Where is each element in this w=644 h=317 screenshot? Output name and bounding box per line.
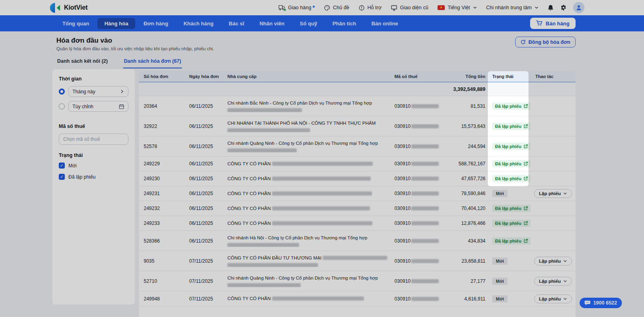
chevron-down-icon <box>473 6 477 10</box>
redacted-text <box>411 279 439 283</box>
supplier-name: CHI NHÁNH TẠI THÀNH PHỐ HÀ NỘI - CÔNG TY… <box>227 120 390 127</box>
create-receipt-label: Lập phiếu <box>539 296 561 301</box>
invoice-no-cell: 249230 <box>139 176 184 181</box>
supplier-cell: CÔNG TY CỔ PHẦN <box>223 190 390 197</box>
invoice-no-cell: 9035 <box>139 258 184 264</box>
tab-invoice-list[interactable]: Danh sách hóa đơn (67) <box>123 57 182 68</box>
tax-code-cell: 030910 <box>390 161 443 167</box>
checkbox-checked[interactable]: ✓ <box>59 174 65 180</box>
support-phone-button[interactable]: 1900 6522 <box>580 298 622 308</box>
invoice-no-cell: 249232 <box>139 206 184 211</box>
column-header-actions: Thao tác <box>530 74 576 79</box>
tax-code-cell: 030910 <box>390 176 443 181</box>
amount-cell: 15,573,643 <box>443 124 487 129</box>
supplier-cell: CÔNG TY CỔ PHẦN <box>223 161 390 167</box>
invoice-date-cell: 07/11/2025 <box>184 296 223 302</box>
tax-code-input[interactable] <box>59 134 128 145</box>
amount-cell: 23,658,811 <box>443 258 487 264</box>
invoice-date-cell: 06/11/2025 <box>184 124 223 129</box>
supplier-name: CÔNG TY CỔ PHẦN <box>227 295 390 302</box>
redacted-text <box>227 148 297 152</box>
status-badge-done[interactable]: Đã lập phiếu <box>492 160 530 167</box>
kiotviet-logo[interactable]: KiotViet <box>50 3 88 13</box>
legacy-ui-icon <box>391 5 397 11</box>
nav-item[interactable]: Sổ quỹ <box>293 18 324 29</box>
bell-icon[interactable] <box>547 4 554 11</box>
user-avatar[interactable] <box>573 2 584 13</box>
supplier-cell: CÔNG TY CỔ PHẦN <box>223 175 390 182</box>
redacted-text <box>411 221 439 225</box>
topbar-item-theme[interactable]: Chủ đề <box>324 5 349 11</box>
invoice-no-cell: 249229 <box>139 161 184 167</box>
time-select-custom[interactable]: Tùy chỉnh <box>68 101 128 112</box>
tax-code-cell: 030910 <box>390 238 443 244</box>
status-badge-done[interactable]: Đã lập phiếu <box>492 103 530 110</box>
nav-item[interactable]: Bác sĩ <box>222 18 251 29</box>
checkbox-checked[interactable]: ✓ <box>59 163 65 169</box>
tax-code-cell: 030910 <box>390 144 443 149</box>
status-badge-done[interactable]: Đã lập phiếu <box>492 143 530 150</box>
column-header-tax: Mã số thuế <box>390 74 443 79</box>
external-link-icon <box>523 104 528 109</box>
amount-cell: 244,594 <box>443 144 487 149</box>
supplier-name: CÔNG TY CỔ PHẦN <box>227 161 390 167</box>
status-badge-new: Mới <box>492 295 508 303</box>
tab-connections[interactable]: Danh sách kết nối (2) <box>56 57 109 68</box>
redacted-text <box>411 191 439 196</box>
nav-item[interactable]: Tổng quan <box>56 18 96 29</box>
invoice-row: 5271007/11/2025Chi nhánh Quảng Ninh - Cô… <box>139 271 576 291</box>
topbar-item-delivery[interactable]: Giao hàng <box>279 5 315 10</box>
topbar-item-label: Giao hàng <box>288 5 312 10</box>
page-subtitle: Quản lý hóa đơn đầu vào, tối ưu việc nhậ… <box>56 46 214 51</box>
status-badge-done[interactable]: Đã lập phiếu <box>492 220 530 227</box>
amount-cell: 78,590,846 <box>443 191 487 196</box>
amount-cell: 4,616,911 <box>443 296 487 302</box>
invoice-date-cell: 06/11/2025 <box>184 220 223 226</box>
page-header: Hóa đơn đầu vào Quản lý hóa đơn đầu vào,… <box>0 31 644 51</box>
action-cell: Lập phiếu <box>530 189 576 198</box>
nav-item[interactable]: Đơn hàng <box>137 18 175 29</box>
invoice-row: 903507/11/2025CÔNG TY CỔ PHẦN ĐẦU TƯ THƯ… <box>139 251 576 271</box>
checkbox-label: Đã lập phiếu <box>68 174 95 180</box>
topbar-item-branch[interactable]: Chi nhánh trung tâm <box>486 5 539 10</box>
sell-button[interactable]: Bán hàng <box>530 18 576 29</box>
nav-item[interactable]: Phân tích <box>326 18 363 29</box>
nav-item[interactable]: Nhân viên <box>253 18 291 29</box>
create-receipt-button[interactable]: Lập phiếu <box>534 294 572 303</box>
gear-icon[interactable] <box>560 4 567 11</box>
redacted-text <box>227 283 301 287</box>
radio-this-month[interactable] <box>59 89 65 95</box>
create-receipt-label: Lập phiếu <box>539 259 561 263</box>
redacted-text <box>411 206 439 210</box>
create-receipt-button[interactable]: Lập phiếu <box>534 257 572 266</box>
nav-item[interactable]: Hàng hóa <box>97 18 135 29</box>
radio-custom[interactable] <box>59 103 65 109</box>
nav-item[interactable]: Bán online <box>365 18 405 29</box>
person-icon <box>576 4 582 11</box>
supplier-cell: CÔNG TY CỔ PHẦN <box>223 220 390 227</box>
status-badge-done[interactable]: Đã lập phiếu <box>492 123 530 130</box>
redacted-text <box>272 191 372 196</box>
create-receipt-button[interactable]: Lập phiếu <box>534 277 572 286</box>
topbar-item-support[interactable]: Hỗ trợ <box>359 5 382 11</box>
time-option-this-month: Tháng này <box>59 86 128 97</box>
status-badge-done[interactable]: Đã lập phiếu <box>492 175 530 182</box>
redacted-text <box>272 206 370 210</box>
status-badge-done[interactable]: Đã lập phiếu <box>492 237 530 245</box>
sync-invoices-button[interactable]: Đồng bộ hóa đơn <box>515 37 576 47</box>
time-select-this-month[interactable]: Tháng này <box>68 86 128 97</box>
supplier-cell: CÔNG TY CỔ PHẦN <box>223 205 390 212</box>
create-receipt-button[interactable]: Lập phiếu <box>534 189 572 198</box>
invoice-no-cell: 32922 <box>139 124 184 129</box>
tab-bar: Danh sách kết nối (2) Danh sách hóa đơn … <box>56 57 576 68</box>
invoice-table: Số hóa đơn Ngày hóa đơn Nhà cung cấp Mã … <box>139 71 576 317</box>
status-badge-done[interactable]: Đã lập phiếu <box>492 205 530 212</box>
invoice-no-cell: 528366 <box>139 238 184 244</box>
create-receipt-label: Lập phiếu <box>539 191 561 196</box>
nav-item[interactable]: Khách hàng <box>177 18 220 29</box>
redacted-text <box>411 177 439 181</box>
refresh-icon <box>520 39 526 45</box>
topbar-item-legacy-ui[interactable]: Giao diện cũ <box>391 5 428 11</box>
topbar-item-language[interactable]: ★Tiếng Việt <box>438 5 477 10</box>
tax-code-cell: 030910 <box>390 206 443 211</box>
